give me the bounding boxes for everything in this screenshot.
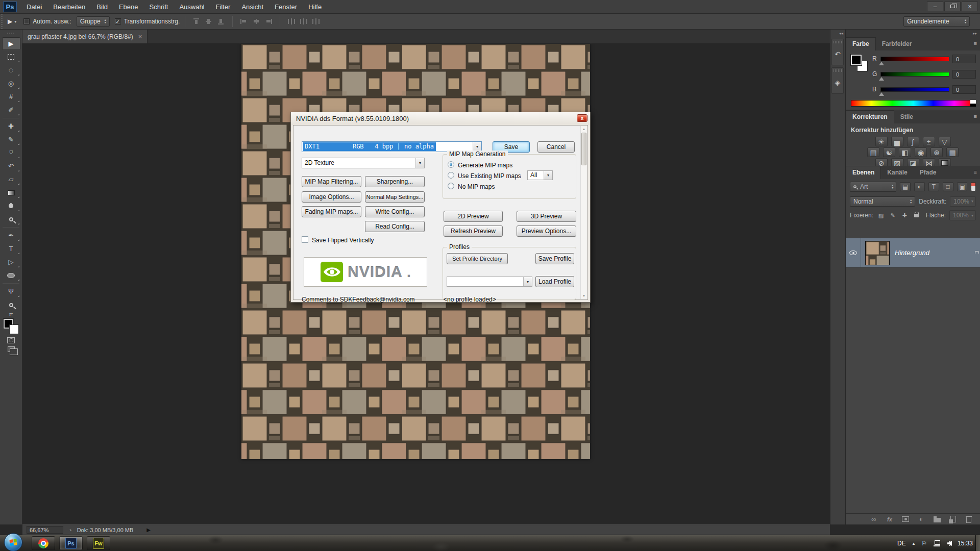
language-indicator[interactable]: DE (897, 540, 906, 547)
history-panel-button[interactable]: ↶ (831, 39, 844, 65)
color-balance-icon[interactable]: ☯ (883, 147, 895, 157)
red-slider-thumb[interactable] (879, 62, 884, 65)
foreground-color-swatch[interactable] (851, 55, 862, 65)
menu-ebene[interactable]: Ebene (113, 0, 144, 14)
levels-icon[interactable]: ▅ (891, 137, 903, 146)
brightness-contrast-icon[interactable]: ☀ (875, 137, 888, 146)
taskbar-chrome-button[interactable] (32, 536, 55, 550)
write-config-button[interactable]: Write Config... (365, 206, 425, 217)
vibrance-icon[interactable]: ▽ (939, 137, 951, 146)
scroll-up-icon[interactable]: ▴ (581, 127, 587, 131)
align-left-icon[interactable] (240, 18, 248, 24)
hand-tool[interactable]: Ψ (2, 285, 20, 298)
mip-map-filtering-button[interactable]: MIP Map Filtering... (302, 176, 361, 187)
action-center-flag-icon[interactable]: ⚐ (921, 540, 927, 547)
save-flipped-checkbox[interactable] (302, 236, 308, 243)
distribute-icon[interactable] (312, 18, 320, 24)
minimize-button[interactable]: – (927, 2, 943, 11)
refresh-preview-button[interactable]: Refresh Preview (444, 226, 503, 237)
layer-style-icon[interactable]: fx (886, 515, 894, 523)
layer-thumbnail[interactable] (865, 241, 890, 265)
green-slider[interactable] (880, 72, 949, 77)
network-icon[interactable] (934, 540, 941, 546)
swap-colors-icon[interactable]: ⇄ (0, 312, 22, 317)
screen-mode-button[interactable] (8, 346, 15, 352)
menu-bild[interactable]: Bild (91, 0, 113, 14)
properties-panel-button[interactable]: ◈ (831, 67, 844, 94)
color-spectrum-ramp[interactable] (851, 100, 976, 107)
red-slider[interactable] (880, 57, 949, 61)
panel-menu-icon[interactable]: ≡ (974, 169, 977, 175)
tab-kanaele[interactable]: Kanäle (881, 166, 913, 179)
save-profile-button[interactable]: Save Profile (535, 253, 574, 264)
filter-shape-layers-icon[interactable]: □ (943, 182, 953, 191)
menu-bearbeiten[interactable]: Bearbeiten (47, 0, 91, 14)
move-tool[interactable]: ▶ (2, 37, 20, 50)
preview-options-button[interactable]: Preview Options... (517, 226, 576, 237)
tab-close-icon[interactable]: × (138, 33, 142, 40)
align-top-icon[interactable] (193, 18, 200, 24)
dodge-tool[interactable] (2, 213, 20, 226)
blend-mode-select[interactable]: Normal ▴▾ (850, 196, 915, 207)
scrollbar-thumb[interactable] (581, 133, 586, 165)
tab-farbfelder[interactable]: Farbfelder (876, 38, 918, 51)
filter-adjustment-layers-icon[interactable]: ◐ (914, 182, 925, 191)
tab-ebenen[interactable]: Ebenen (846, 166, 881, 179)
dock-collapse-bar[interactable]: ▸▸ (846, 30, 980, 37)
background-color-swatch[interactable] (9, 324, 19, 334)
add-layer-mask-icon[interactable] (901, 515, 910, 523)
align-right-icon[interactable] (265, 18, 272, 24)
layer-visibility-cell[interactable] (846, 238, 861, 267)
panel-menu-icon[interactable]: ≡ (974, 40, 977, 46)
menu-datei[interactable]: Datei (21, 0, 47, 14)
tab-stile[interactable]: Stile (894, 111, 919, 123)
tab-korrekturen[interactable]: Korrekturen (846, 110, 894, 123)
3d-preview-button[interactable]: 3D Preview (517, 211, 576, 222)
rectangular-marquee-tool[interactable] (2, 51, 20, 63)
menu-schrift[interactable]: Schrift (144, 0, 174, 14)
image-options-button[interactable]: Image Options... (302, 191, 361, 203)
load-profile-button[interactable]: Load Profile (535, 276, 574, 287)
red-value[interactable]: 0 (952, 55, 976, 63)
black-white-icon[interactable]: ◧ (899, 147, 911, 157)
blue-slider[interactable] (880, 87, 949, 92)
menu-filter[interactable]: Filter (210, 0, 236, 14)
path-selection-tool[interactable]: ▷ (2, 256, 20, 268)
link-layers-icon[interactable]: ∞ (870, 515, 878, 523)
layer-filter-toggle[interactable] (971, 182, 976, 191)
eyedropper-tool[interactable]: ✐ (2, 104, 20, 116)
close-button[interactable]: × (962, 2, 978, 11)
set-profile-directory-button[interactable]: Set Profile Directory (447, 253, 508, 264)
layer-filter-select[interactable]: Art ▴▾ (850, 182, 896, 192)
new-group-icon[interactable] (933, 515, 941, 523)
start-button[interactable] (4, 533, 22, 551)
menu-auswahl[interactable]: Auswahl (174, 0, 210, 14)
generate-mip-maps-radio[interactable] (448, 161, 454, 168)
restore-button[interactable] (944, 2, 961, 11)
collapse-dock-icon[interactable]: ◂◂ (830, 30, 845, 37)
align-horizontal-center-icon[interactable] (253, 18, 260, 24)
taskbar-fireworks-button[interactable]: Fw (87, 536, 110, 550)
crop-tool[interactable]: # (2, 90, 20, 103)
combo-arrow-icon[interactable]: ▾ (544, 171, 552, 180)
color-lookup-icon[interactable]: ▦ (946, 147, 959, 157)
dialog-scrollbar[interactable]: ▴ ▾ (580, 126, 587, 299)
menu-hilfe[interactable]: Hilfe (303, 0, 327, 14)
zoom-level-field[interactable]: 66,67% (27, 526, 63, 534)
blue-value[interactable]: 0 (952, 85, 976, 94)
history-brush-tool[interactable]: ↶ (2, 160, 20, 172)
zoom-tool[interactable] (2, 298, 20, 311)
quick-mask-button[interactable] (7, 337, 15, 343)
profile-combo[interactable]: ▾ (447, 277, 532, 287)
type-tool[interactable]: T (2, 242, 20, 255)
layer-row-hintergrund[interactable]: Hintergrund (846, 238, 980, 268)
transform-controls-checkbox[interactable]: ✓ (115, 18, 121, 24)
distribute-icon[interactable] (300, 18, 307, 24)
combo-arrow-icon[interactable]: ▾ (415, 158, 424, 168)
dialog-title-bar[interactable]: NVIDIA dds Format (v8.55.0109.1800) (291, 112, 590, 125)
channel-mixer-icon[interactable]: ⊛ (930, 147, 943, 157)
menu-ansicht[interactable]: Ansicht (236, 0, 269, 14)
lock-paint-icon[interactable]: ✎ (889, 212, 897, 219)
blue-slider-thumb[interactable] (879, 92, 884, 96)
spectrum-bw-swatches[interactable] (970, 100, 976, 107)
